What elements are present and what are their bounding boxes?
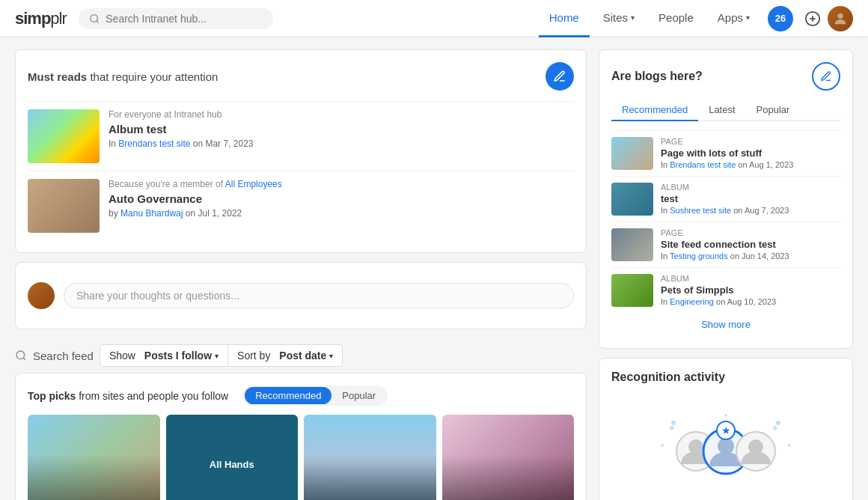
main-layout: Must reads that require your attention F… [0, 37, 868, 500]
blog-sub-2: In Testing grounds on Jun 14, 2023 [661, 251, 789, 260]
must-reads-icon[interactable] [545, 62, 574, 91]
search-input[interactable] [106, 13, 263, 25]
post-site-link-0[interactable]: Brendans test site [118, 138, 190, 149]
svg-point-12 [788, 444, 791, 447]
feed-section: Search feed Show Posts I follow ▾ Sort b… [15, 338, 587, 500]
post-meta-0: For everyone at Intranet hub [109, 109, 254, 120]
must-reads-card: Must reads that require your attention F… [15, 49, 587, 253]
blog-item-3[interactable]: ALBUM Pets of Simppls In Engineering on … [611, 267, 840, 313]
blogs-tabs: Recommended Latest Popular [611, 100, 840, 121]
svg-line-1 [97, 20, 99, 22]
blog-content-3: ALBUM Pets of Simppls In Engineering on … [661, 274, 776, 307]
blogs-card: Are blogs here? Recommended Latest Popul… [599, 49, 853, 349]
blog-tab-recommended[interactable]: Recommended [611, 100, 698, 121]
tab-popular[interactable]: Popular [331, 387, 386, 404]
main-nav: Home Sites ▾ People Apps ▾ 26 [539, 0, 853, 37]
nav-sites[interactable]: Sites ▾ [593, 0, 645, 37]
feed-label: Search feed [33, 350, 94, 362]
sort-posts-control[interactable]: Sort by Post date ▾ [228, 345, 342, 366]
pick-overlay-2 [304, 454, 436, 500]
svg-point-0 [91, 14, 98, 22]
must-read-item-0[interactable]: For everyone at Intranet hub Album test … [28, 101, 574, 171]
share-input[interactable]: Share your thoughts or questions... [64, 283, 574, 308]
search-bar[interactable] [79, 8, 273, 29]
must-reads-header: Must reads that require your attention [28, 62, 574, 91]
blog-site-link-1[interactable]: Sushree test site [670, 206, 731, 215]
pick-card-0[interactable] [28, 415, 160, 500]
chevron-down-posts-icon: ▾ [215, 352, 218, 360]
svg-point-6 [16, 351, 25, 359]
post-thumbnail-1 [28, 179, 100, 233]
pick-card-1[interactable]: All Hands [166, 415, 299, 500]
blog-site-link-2[interactable]: Testing grounds [670, 251, 728, 260]
all-employees-link[interactable]: All Employees [225, 179, 282, 189]
blog-site-link-3[interactable]: Engineering [670, 297, 714, 306]
blog-item-2[interactable]: PAGE Site feed connection test In Testin… [611, 222, 840, 267]
blog-item-1[interactable]: ALBUM test In Sushree test site on Aug 7… [611, 176, 840, 222]
blog-sub-0: In Brendans test site on Aug 1, 2023 [661, 160, 793, 169]
blog-tab-popular[interactable]: Popular [746, 100, 801, 121]
svg-text:✦: ✦ [667, 422, 676, 434]
blog-content-2: PAGE Site feed connection test In Testin… [661, 228, 789, 261]
pick-overlay-0 [28, 454, 160, 500]
blog-type-1: ALBUM [661, 183, 789, 192]
blog-sub-3: In Engineering on Aug 10, 2023 [661, 297, 776, 306]
add-content-button[interactable] [801, 7, 825, 31]
logo: simpplr [15, 9, 67, 28]
blog-thumb-1 [611, 183, 653, 216]
blog-site-link-0[interactable]: Brendans test site [670, 160, 736, 169]
recognition-title: Recognition activity [611, 371, 840, 384]
share-box: Share your thoughts or questions... [28, 275, 574, 317]
blog-sub-1: In Sushree test site on Aug 7, 2023 [661, 206, 789, 215]
top-picks-card: Top picks from sites and people you foll… [15, 373, 587, 500]
blog-type-3: ALBUM [661, 274, 776, 283]
post-sub-1: by Manu Bhardwaj on Jul 1, 2022 [109, 208, 282, 219]
blogs-title: Are blogs here? [611, 70, 703, 83]
chevron-down-sort-icon: ▾ [329, 352, 333, 360]
chevron-down-icon-apps: ▾ [746, 13, 750, 22]
nav-home[interactable]: Home [539, 0, 590, 37]
svg-point-5 [837, 13, 843, 18]
left-column: Must reads that require your attention F… [15, 49, 587, 500]
pick-overlay-3 [442, 454, 575, 500]
blog-name-0: Page with lots of stuff [661, 147, 793, 159]
pick-card-3[interactable] [442, 415, 575, 500]
blogs-icon[interactable] [812, 62, 840, 91]
blog-tab-latest[interactable]: Latest [698, 100, 745, 121]
right-column: Are blogs here? Recommended Latest Popul… [599, 49, 853, 500]
post-title-1: Auto Governance [109, 192, 282, 205]
svg-point-14 [724, 414, 727, 417]
svg-point-9 [661, 444, 664, 447]
blog-type-2: PAGE [661, 228, 789, 237]
nav-apps[interactable]: Apps ▾ [707, 0, 760, 37]
recognition-illustration: ✦ ✦ ★ [611, 393, 840, 498]
blog-name-1: test [661, 193, 789, 204]
must-reads-title: Must reads that require your attention [28, 70, 218, 83]
svg-text:★: ★ [721, 424, 731, 436]
svg-text:✦: ✦ [771, 422, 780, 434]
svg-point-20 [718, 438, 734, 454]
must-read-item-1[interactable]: Because you're a member of All Employees… [28, 171, 574, 240]
blog-name-3: Pets of Simppls [661, 284, 776, 296]
blog-content-1: ALBUM test In Sushree test site on Aug 7… [661, 183, 789, 216]
nav-people[interactable]: People [648, 0, 704, 37]
blog-thumb-2 [611, 228, 653, 261]
post-thumbnail-0 [28, 109, 100, 163]
pick-card-2[interactable] [304, 415, 436, 500]
blog-item-0[interactable]: PAGE Page with lots of stuff In Brendans… [611, 130, 840, 176]
share-avatar [28, 282, 55, 309]
notification-badge[interactable]: 26 [768, 6, 793, 31]
feed-controls: Show Posts I follow ▾ Sort by Post date … [100, 344, 343, 367]
show-more-button[interactable]: Show more [611, 313, 840, 336]
show-posts-control[interactable]: Show Posts I follow ▾ [100, 345, 228, 366]
share-box-card: Share your thoughts or questions... [15, 262, 587, 329]
tab-recommended[interactable]: Recommended [245, 387, 331, 404]
post-author-link[interactable]: Manu Bhardwaj [120, 208, 183, 219]
post-content-0: For everyone at Intranet hub Album test … [109, 109, 254, 163]
header: simpplr Home Sites ▾ People Apps ▾ 26 [0, 0, 868, 37]
blog-type-0: PAGE [661, 137, 793, 146]
search-icon [89, 13, 100, 25]
blogs-header: Are blogs here? [611, 62, 840, 91]
post-meta-1: Because you're a member of All Employees [109, 179, 282, 189]
user-avatar[interactable] [828, 6, 853, 31]
